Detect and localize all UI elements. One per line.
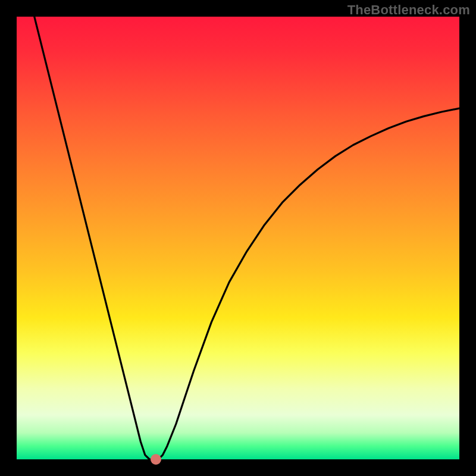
watermark-text: TheBottleneck.com bbox=[347, 2, 470, 18]
marker-dot bbox=[151, 454, 161, 465]
curve-line bbox=[17, 17, 459, 459]
chart-frame: TheBottleneck.com bbox=[0, 0, 476, 476]
